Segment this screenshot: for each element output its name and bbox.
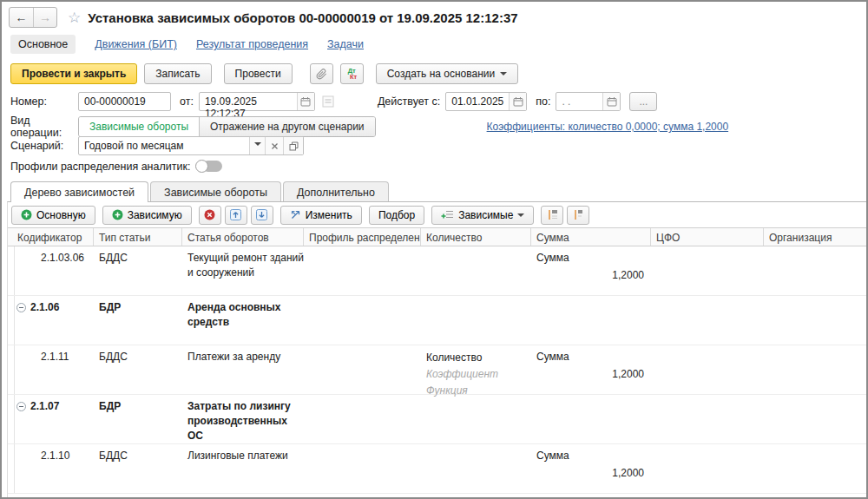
tab-dependency-tree[interactable]: Дерево зависимостей [10, 181, 148, 202]
number-field[interactable]: 00-00000019 [78, 92, 171, 111]
sum-label: Сумма [536, 251, 644, 266]
profiles-label: Профили распределения аналитик: [10, 161, 190, 173]
sum-label: Сумма [536, 449, 644, 463]
tree-collapse-icon[interactable] [16, 303, 26, 312]
dependents-label: Зависимые [458, 209, 513, 221]
calendar-icon[interactable] [509, 93, 526, 110]
form-row-operation: Вид операции: Зависимые обороты Отражени… [10, 115, 728, 139]
document-window: ← → ☆ Установка зависимых оборотов 00-00… [0, 0, 868, 499]
post-and-close-button[interactable]: Провести и закрыть [10, 63, 137, 84]
dependency-table: КодификаторТип статьиСтатья оборотовПроф… [8, 227, 866, 494]
attachments-button[interactable] [310, 63, 333, 84]
date-label: от: [180, 95, 194, 108]
expand-levels-button[interactable] [541, 206, 563, 225]
cell-codifier: 2.1.07 [30, 399, 82, 414]
table-header: КодификаторТип статьиСтатья оборотовПроф… [8, 227, 866, 246]
column-header-6[interactable]: ЦФО [651, 228, 764, 246]
table-row[interactable]: 2.1.03.06БДДСТекущий ремонт зданий и соо… [8, 246, 866, 296]
clear-icon[interactable] [265, 137, 283, 154]
tab-additional[interactable]: Дополнительно [283, 181, 389, 201]
valid-to-label: по: [536, 95, 550, 108]
cell-article-type: БДР [99, 399, 177, 414]
favorite-star-icon[interactable]: ☆ [68, 9, 81, 27]
forward-icon[interactable]: → [33, 8, 56, 27]
delete-row-button[interactable] [199, 206, 221, 225]
nav-tab-main[interactable]: Основное [10, 35, 76, 54]
delete-icon [204, 209, 215, 220]
dependents-button[interactable]: Зависимые [431, 206, 534, 225]
dt-kt-icon: ДтКт [346, 68, 357, 80]
valid-from-field[interactable]: 01.01.2025 [446, 93, 509, 110]
column-header-5[interactable]: Сумма [531, 228, 651, 246]
add-plus-icon [21, 209, 32, 220]
table-row[interactable]: 2.1.10БДДСЛизинговые платежиСумма1,2000 [8, 444, 866, 494]
arrow-down-icon [256, 209, 267, 220]
chevron-down-icon [500, 72, 507, 79]
add-dependent-button[interactable]: Зависимую [102, 206, 192, 225]
cell-turnover-article: Аренда основных средств [187, 300, 305, 330]
nav-link-0[interactable]: Движения (БИТ) [95, 38, 177, 50]
tree-collapse-icon[interactable] [16, 402, 26, 411]
column-header-1[interactable]: Тип статьи [94, 228, 182, 246]
table-row[interactable]: 2.1.07БДРЗатраты по лизингу производстве… [8, 395, 866, 444]
add-plus-icon [112, 209, 123, 220]
operation-option-other-scenario[interactable]: Отражение на другом сценарии [199, 117, 375, 136]
cell-codifier: 2.1.10 [41, 449, 93, 463]
calendar-icon[interactable] [297, 93, 314, 110]
valid-from-label: Действует с: [378, 95, 440, 108]
cell-article-type: БДДС [99, 449, 177, 463]
move-down-button[interactable] [251, 206, 273, 225]
column-header-3[interactable]: Профиль распределения [304, 228, 421, 246]
table-body: 2.1.03.06БДДСТекущий ремонт зданий и соо… [8, 246, 866, 494]
nav-tabs: Основное Движения (БИТ)Результат проведе… [10, 35, 364, 54]
column-header-4[interactable]: Количество [421, 228, 531, 246]
page-tabs: Дерево зависимостей Зависимые обороты До… [10, 181, 391, 201]
coefficients-link[interactable]: Коэффициенты: количество 0,0000; сумма 1… [487, 121, 729, 133]
write-button[interactable]: Записать [144, 63, 211, 84]
paperclip-icon [316, 69, 327, 80]
chevron-down-icon[interactable] [249, 137, 265, 154]
cell-turnover-article: Платежи за аренду [187, 350, 305, 364]
table-row[interactable]: 2.1.11БДДСПлатежи за арендуКоличествоКоэ… [8, 345, 866, 395]
dependency-tree-panel: Основную Зависимую [7, 201, 866, 497]
collapse-levels-button[interactable] [567, 206, 589, 225]
add-dependent-label: Зависимую [128, 209, 182, 221]
back-icon[interactable]: ← [10, 8, 33, 27]
sum-value: 1,2000 [536, 465, 644, 482]
move-arrows-icon [290, 209, 301, 220]
change-label: Изменить [306, 209, 352, 221]
operation-option-dependent[interactable]: Зависимые обороты [79, 117, 199, 136]
post-button[interactable]: Провести [224, 63, 293, 84]
column-header-7[interactable]: Организация [764, 228, 867, 246]
cell-sum: Сумма1,2000 [536, 350, 644, 383]
column-header-0[interactable]: Кодификатор [12, 228, 94, 246]
change-button[interactable]: Изменить [280, 206, 362, 225]
quantity-label: Количество [426, 350, 526, 366]
scenario-field[interactable]: Годовой по месяцам [79, 137, 249, 154]
column-header-2[interactable]: Статья оборотов [182, 228, 304, 246]
more-dates-button[interactable]: ... [629, 92, 657, 111]
cell-codifier: 2.1.06 [30, 300, 82, 315]
profiles-toggle[interactable] [195, 160, 223, 173]
history-list-icon[interactable] [322, 95, 334, 108]
number-label: Номер: [10, 95, 78, 108]
tree-levels-icon [573, 209, 584, 220]
date-field-group: 19.09.2025 12:12:37 [199, 92, 315, 111]
table-row[interactable]: 2.1.06БДРАренда основных средств [8, 296, 866, 345]
cell-sum: Сумма1,2000 [536, 449, 644, 482]
date-field[interactable]: 19.09.2025 12:12:37 [200, 93, 297, 110]
calendar-icon[interactable] [602, 93, 620, 110]
tab-dependent-turnovers[interactable]: Зависимые обороты [150, 181, 281, 201]
valid-to-field[interactable]: . . [556, 93, 602, 110]
create-based-on-button[interactable]: Создать на основании [376, 63, 519, 84]
dt-kt-button[interactable]: ДтКт [340, 63, 364, 84]
pick-button[interactable]: Подбор [369, 206, 424, 225]
nav-link-2[interactable]: Задачи [327, 38, 364, 50]
command-toolbar: Провести и закрыть Записать Провести ДтК… [10, 63, 518, 84]
move-up-button[interactable] [225, 206, 247, 225]
add-main-button[interactable]: Основную [11, 206, 95, 225]
nav-link-1[interactable]: Результат проведения [196, 38, 308, 50]
tree-levels-icon [547, 209, 558, 220]
add-list-icon [441, 209, 454, 220]
open-item-icon[interactable] [283, 137, 303, 154]
